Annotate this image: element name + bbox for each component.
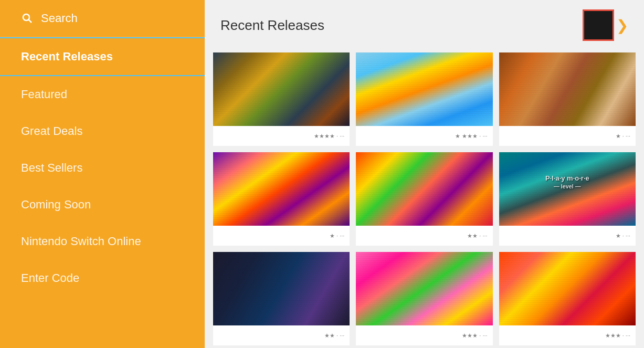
game-meta: ★ · ··· xyxy=(330,233,344,239)
corner-button[interactable] xyxy=(583,9,614,41)
game-thumbnail xyxy=(356,152,492,226)
game-card[interactable]: ★ ★★★ · ··· xyxy=(356,52,492,146)
game-meta: ★★ · ··· xyxy=(324,332,344,339)
sidebar-item-label: Search xyxy=(41,12,78,25)
sidebar: Search Recent Releases Featured Great De… xyxy=(0,0,205,348)
game-info: ★★★ · ··· xyxy=(499,325,636,345)
sidebar-item-great-deals[interactable]: Great Deals xyxy=(0,113,205,150)
game-info: ★ · ··· xyxy=(499,126,636,146)
sidebar-item-best-sellers[interactable]: Best Sellers xyxy=(0,150,205,186)
game-grid: ★★★★ · ··· ★ ★★★ · ··· ★ · ··· ★ · ··· xyxy=(205,49,644,348)
game-meta: ★ · ··· xyxy=(616,133,630,140)
sidebar-item-coming-soon[interactable]: Coming Soon xyxy=(0,186,205,223)
game-thumbnail xyxy=(213,152,350,226)
nav-arrow-icon[interactable]: ❯ xyxy=(616,17,628,34)
game-card[interactable]: ★ · ··· xyxy=(213,152,350,246)
game-card[interactable]: ★ · ··· xyxy=(499,52,636,146)
main-header: Recent Releases ❯ xyxy=(205,0,644,49)
game-thumbnail xyxy=(213,252,350,325)
game-thumbnail xyxy=(213,52,350,126)
game-meta: ★ · ··· xyxy=(616,233,630,239)
game-info: ★ ★★★ · ··· xyxy=(356,126,492,146)
sidebar-item-label: Featured xyxy=(21,88,67,101)
game-card[interactable]: ★★ · ··· xyxy=(213,252,350,345)
sidebar-item-featured[interactable]: Featured xyxy=(0,76,205,113)
game-info: ★★★★ · ··· xyxy=(213,126,350,146)
game-card[interactable]: ★★★ · ··· xyxy=(499,252,636,345)
sidebar-item-label: Nintendo Switch Online xyxy=(21,235,141,248)
sidebar-item-nintendo-switch-online[interactable]: Nintendo Switch Online xyxy=(0,223,205,260)
game-card[interactable]: P·l·a·y m·o·r·e— level — ★ · ··· xyxy=(499,152,636,246)
game-thumbnail xyxy=(499,52,636,126)
page-title: Recent Releases xyxy=(220,17,324,34)
search-icon xyxy=(21,12,34,25)
game-info: ★ · ··· xyxy=(499,226,636,246)
game-card[interactable]: ★★★★ · ··· xyxy=(213,52,350,146)
header-right: ❯ xyxy=(583,9,628,41)
game-thumbnail xyxy=(499,252,636,325)
svg-point-0 xyxy=(23,14,29,20)
main-content: Recent Releases ❯ ★★★★ · ··· ★ ★★★ · ···… xyxy=(205,0,644,348)
game-title-overlay: P·l·a·y m·o·r·e— level — xyxy=(513,174,622,190)
game-info: ★ · ··· xyxy=(213,226,350,246)
sidebar-item-label: Best Sellers xyxy=(21,161,82,175)
game-meta: ★ ★★★ · ··· xyxy=(455,133,487,140)
game-meta: ★★★ · ··· xyxy=(462,332,487,339)
sidebar-item-search[interactable]: Search xyxy=(0,0,205,37)
game-meta: ★★★ · ··· xyxy=(605,332,630,339)
game-thumbnail: P·l·a·y m·o·r·e— level — xyxy=(499,152,636,226)
sidebar-item-label: Recent Releases xyxy=(21,50,113,64)
game-card[interactable]: ★★ · ··· xyxy=(356,152,492,246)
game-thumbnail xyxy=(356,52,492,126)
game-meta: ★★★★ · ··· xyxy=(314,133,344,140)
game-info: ★★ · ··· xyxy=(213,325,350,345)
game-card[interactable]: ★★★ · ··· xyxy=(356,252,492,345)
sidebar-item-label: Great Deals xyxy=(21,124,82,138)
sidebar-item-enter-code[interactable]: Enter Code xyxy=(0,260,205,297)
game-info: ★★★ · ··· xyxy=(356,325,492,345)
sidebar-item-label: Enter Code xyxy=(21,271,79,285)
game-meta: ★★ · ··· xyxy=(467,233,487,239)
svg-line-1 xyxy=(29,20,32,23)
game-info: ★★ · ··· xyxy=(356,226,492,246)
sidebar-item-recent-releases[interactable]: Recent Releases xyxy=(0,37,205,76)
game-thumbnail xyxy=(356,252,492,325)
sidebar-item-label: Coming Soon xyxy=(21,198,91,212)
